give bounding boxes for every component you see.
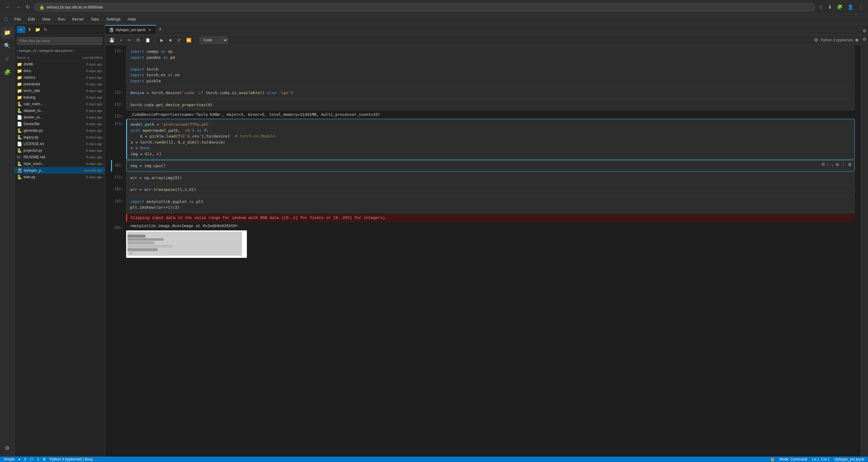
download-button[interactable]: ⬇ [827, 3, 833, 11]
address-bar[interactable]: 🔒 ekhas116.hpc.iitd.ac.in:8888/lab [34, 3, 815, 11]
paste-button[interactable]: 📋 [143, 36, 152, 44]
menu-file[interactable]: File [11, 16, 24, 23]
extensions-button[interactable]: 🧩 [835, 3, 844, 11]
notebook-content[interactable]: [1]: import numpy as np import pandas as… [105, 45, 861, 457]
file-item[interactable]: 🐍 generate.py 8 days ago [14, 127, 105, 134]
extensions-sidebar-button[interactable]: 🧩 [1, 66, 13, 78]
file-item[interactable]: 📁 docs 8 days ago [14, 68, 105, 74]
copy-button[interactable]: ⧉ [135, 36, 142, 44]
cell-3-output: _CudaDeviceProperties(name='Tesla K40m',… [126, 111, 855, 118]
delete-cell-button[interactable]: 🗑 [847, 161, 852, 167]
cell-1-number: [1]: [111, 46, 126, 87]
add-below-button[interactable]: ⊕ [835, 161, 840, 167]
tab-close-button[interactable]: ✕ [147, 27, 152, 32]
file-name: torch_utils [24, 89, 70, 93]
move-down-button[interactable]: ↓ [831, 161, 834, 167]
move-up-button[interactable]: ↑ [826, 161, 830, 167]
search-input[interactable] [17, 37, 102, 45]
copy-cell-button[interactable]: ⧉ [821, 161, 825, 167]
file-icon: 🐍 [17, 135, 22, 140]
file-item[interactable]: 📁 pretrained 8 days ago [14, 81, 105, 88]
menu-bar: ⬡ File Edit View Run Kernel Tabs Setting… [0, 14, 868, 24]
file-name: dnnlib [24, 62, 70, 66]
restart-button[interactable]: ↺ [175, 36, 183, 44]
status-toggle[interactable]: ● [19, 457, 21, 461]
git-sidebar-button[interactable]: ⑂ [1, 53, 13, 65]
file-item[interactable]: 📁 metrics 8 days ago [14, 74, 105, 81]
new-folder-button[interactable]: 📁 [34, 26, 41, 33]
reload-button[interactable]: ↻ [24, 3, 32, 11]
more-options-button[interactable]: ⋮ [841, 161, 846, 167]
menu-button[interactable]: ⋮ [857, 3, 864, 11]
cell-4: [*]: model_path = 'pretrained/ffhq.pkl' … [111, 119, 855, 160]
files-sidebar-button[interactable]: 📁 [1, 27, 13, 39]
cell-7: [7]: arr = np.array(img[0]) [111, 172, 855, 184]
cut-button[interactable]: ✂ [126, 36, 133, 44]
file-item[interactable]: 🐍 train.py 8 days ago [14, 174, 105, 180]
file-item[interactable]: 📓 stylegan_p... seconds ago [14, 167, 105, 174]
file-icon: M [17, 155, 22, 160]
save-button[interactable]: 💾 [107, 36, 116, 44]
file-item[interactable]: M README.md 8 days ago [14, 154, 105, 160]
settings-sidebar-button[interactable]: ⚙ [1, 442, 13, 454]
file-item[interactable]: 📁 training 8 days ago [14, 94, 105, 101]
right-panel-settings-button[interactable]: ⚙ [861, 27, 868, 35]
cell-3-input[interactable]: torch.cuda.get_device_properties(0) [126, 99, 855, 111]
status-mode: Simple [4, 457, 15, 461]
forward-button[interactable]: → [14, 3, 22, 11]
file-item[interactable]: 📄 Dockerfile 8 days ago [14, 121, 105, 127]
file-name: LICENSE.txt [24, 142, 70, 146]
kernel-label: Python 3 (ipykernel) [820, 38, 853, 42]
cell-type-select[interactable]: Code Markdown Raw [199, 36, 228, 44]
profile-button[interactable]: 👤 [846, 3, 855, 11]
cell-4-input[interactable]: model_path = 'pretrained/ffhq.pkl' with … [126, 119, 855, 160]
upload-button[interactable]: ⬆ [27, 26, 33, 33]
add-cell-button[interactable]: + [118, 36, 124, 44]
run-all-button[interactable]: ⏩ [184, 36, 193, 44]
file-icon: 🐍 [17, 102, 22, 106]
file-date: 8 days ago [72, 135, 102, 139]
tab-bar: 📓 stylegan_poi.ipynb ✕ + [105, 24, 861, 35]
file-item[interactable]: 🐍 style_mixin... 8 days ago [14, 160, 105, 167]
cell-1-input[interactable]: import numpy as np import pandas as pd i… [126, 46, 855, 87]
new-file-button[interactable]: + [17, 26, 25, 33]
cell-8-input[interactable]: arr = arr.transpose([1,2,0]) [126, 184, 855, 195]
cell-2-input[interactable]: device = torch.device('cuda' if torch.cu… [126, 87, 855, 99]
notebook-area: 📓 stylegan_poi.ipynb ✕ + 💾 + ✂ ⧉ 📋 ▶ ■ ↺… [105, 24, 861, 457]
cell-5-input[interactable]: img = img.cpu() [126, 160, 855, 172]
search-sidebar-button[interactable]: 🔍 [1, 40, 13, 52]
cell-9-input[interactable]: import matplotlib.pyplot as plt plt.imsh… [126, 196, 855, 213]
file-item[interactable]: 📄 LICENSE.txt 8 days ago [14, 140, 105, 147]
tab-add-button[interactable]: + [156, 25, 164, 34]
file-item[interactable]: 🐍 legacy.py 8 days ago [14, 134, 105, 140]
back-button[interactable]: ← [4, 3, 12, 11]
cell-7-input[interactable]: arr = np.array(img[0]) [126, 172, 855, 184]
menu-tabs[interactable]: Tabs [88, 16, 102, 23]
interrupt-button[interactable]: ■ [167, 36, 173, 44]
right-panel-properties-button[interactable]: ⚙ [861, 35, 868, 43]
file-item[interactable]: 📄 docker_ru... 8 days ago [14, 114, 105, 121]
run-button[interactable]: ▶ [158, 36, 165, 44]
file-item[interactable]: 🐍 projector.py 8 days ago [14, 147, 105, 154]
status-settings-icon[interactable]: ⚙ [42, 457, 46, 461]
file-icon: 🐍 [17, 175, 22, 179]
menu-kernel[interactable]: Kernel [69, 16, 87, 23]
menu-view[interactable]: View [39, 16, 54, 23]
file-name: generate.py [24, 129, 70, 133]
refresh-button[interactable]: ↻ [42, 26, 49, 33]
status-mode-label: Mode: Command [780, 457, 807, 461]
file-item[interactable]: 📁 torch_utils 8 days ago [14, 88, 105, 94]
tab-notebook[interactable]: 📓 stylegan_poi.ipynb ✕ [105, 25, 156, 34]
image-output: 0 [126, 230, 247, 258]
file-item[interactable]: 📁 dnnlib 8 days ago [14, 61, 105, 68]
kernel-settings-icon[interactable]: ⚙ [814, 37, 818, 43]
bookmark-button[interactable]: ☆ [817, 3, 824, 11]
menu-run[interactable]: Run [55, 16, 68, 23]
file-item[interactable]: 🐍 dataset_to... 8 days ago [14, 107, 105, 114]
menu-edit[interactable]: Edit [25, 16, 38, 23]
menu-settings[interactable]: Settings [103, 16, 123, 23]
cell-8: [8]: arr = arr.transpose([1,2,0]) [111, 184, 855, 195]
icon-sidebar: 📁 🔍 ⑂ 🧩 ⚙ [0, 24, 14, 457]
menu-help[interactable]: Help [125, 16, 139, 23]
file-item[interactable]: 🐍 calc_metri... 8 days ago [14, 101, 105, 107]
